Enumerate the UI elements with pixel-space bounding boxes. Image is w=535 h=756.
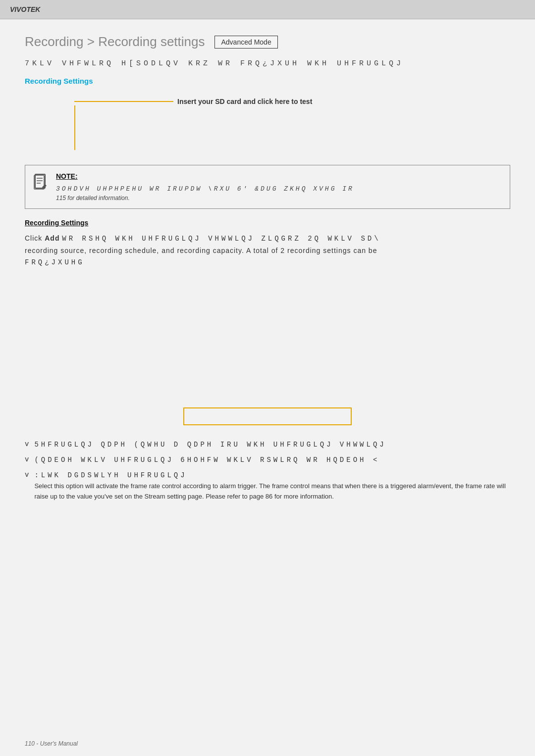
page-header: Recording > Recording settings Advanced … bbox=[25, 34, 510, 50]
recording-name-input[interactable] bbox=[183, 407, 352, 425]
advanced-mode-button[interactable]: Advanced Mode bbox=[214, 36, 277, 49]
click-add-normal: recording source, recording schedule, an… bbox=[25, 247, 377, 254]
click-add-end: FRQ¿JXUHG bbox=[25, 258, 85, 266]
recording-settings-link-text[interactable]: Recording Settings bbox=[25, 219, 510, 227]
note-text-normal: 115 for detailed information. bbox=[56, 195, 502, 202]
add-bold-text: Add bbox=[45, 234, 59, 242]
input-box-area bbox=[25, 407, 510, 425]
brand-label: VIVOTEK bbox=[10, 5, 40, 13]
bullet-text: (QDEOH WKLV UHFRUGLQJ 6HOHFW WKLV RSWLRQ… bbox=[34, 455, 510, 464]
bullet-spaced-text: (QDEOH WKLV UHFRUGLQJ 6HOHFW WKLV RSWLRQ… bbox=[34, 456, 379, 464]
bullet-list-item: v 5HFRUGLQJ QDPH (QWHU D QDPH IRU WKH UH… bbox=[25, 440, 510, 449]
note-icon bbox=[33, 173, 49, 195]
click-add-spaced: WR RSHQ WKH UHFRUGLQJ VHWWLQJ ZLQGRZ 2Q … bbox=[62, 235, 380, 243]
click-text: Click bbox=[25, 234, 42, 242]
bullet-text: :LWK DGDSWLYH UHFRUGLQJSelect this optio… bbox=[34, 471, 510, 502]
recording-settings-heading: Recording Settings bbox=[25, 77, 510, 85]
note-box: NOTE: 3OHDVH UHPHPEHU WR IRUPDW \RXU 6' … bbox=[25, 165, 510, 209]
main-content: Recording > Recording settings Advanced … bbox=[0, 19, 535, 756]
bullet-spaced-text: :LWK DGDSWLYH UHFRUGLQJ bbox=[34, 471, 187, 479]
recording-settings-link[interactable]: Recording Settings bbox=[25, 219, 510, 227]
click-add-description: Click Add WR RSHQ WKH UHFRUGLQJ VHWWLQJ … bbox=[25, 233, 510, 269]
top-bar: VIVOTEK bbox=[0, 0, 535, 19]
note-content: NOTE: 3OHDVH UHPHPEHU WR IRUPDW \RXU 6' … bbox=[56, 172, 502, 202]
sd-test-label[interactable]: Insert your SD card and click here to te… bbox=[177, 98, 312, 105]
breadcrumb-title: Recording > Recording settings bbox=[25, 34, 205, 50]
page-footer: 110 - User's Manual bbox=[25, 740, 78, 747]
bullet-text: 5HFRUGLQJ QDPH (QWHU D QDPH IRU WKH UHFR… bbox=[34, 440, 510, 449]
description-text: 7KLV VHFWLRQ H[SODLQV KRZ WR FRQ¿JXUH WK… bbox=[25, 59, 510, 68]
bullet-marker: v bbox=[25, 471, 31, 479]
bullet-spaced-text: 5HFRUGLQJ QDPH (QWHU D QDPH IRU WKH UHFR… bbox=[34, 441, 386, 449]
bullet-normal-text: Select this option will activate the fra… bbox=[34, 481, 510, 502]
bullet-list-item: v :LWK DGDSWLYH UHFRUGLQJSelect this opt… bbox=[25, 471, 510, 502]
sd-test-area: Insert your SD card and click here to te… bbox=[35, 93, 510, 150]
bullet-marker: v bbox=[25, 455, 31, 463]
bullet-list-item: v (QDEOH WKLV UHFRUGLQJ 6HOHFW WKLV RSWL… bbox=[25, 455, 510, 464]
bullet-list: v 5HFRUGLQJ QDPH (QWHU D QDPH IRU WKH UH… bbox=[25, 440, 510, 502]
note-text-spaced: 3OHDVH UHPHPEHU WR IRUPDW \RXU 6' &DUG Z… bbox=[56, 184, 502, 195]
bullet-marker: v bbox=[25, 440, 31, 448]
note-title: NOTE: bbox=[56, 172, 502, 180]
